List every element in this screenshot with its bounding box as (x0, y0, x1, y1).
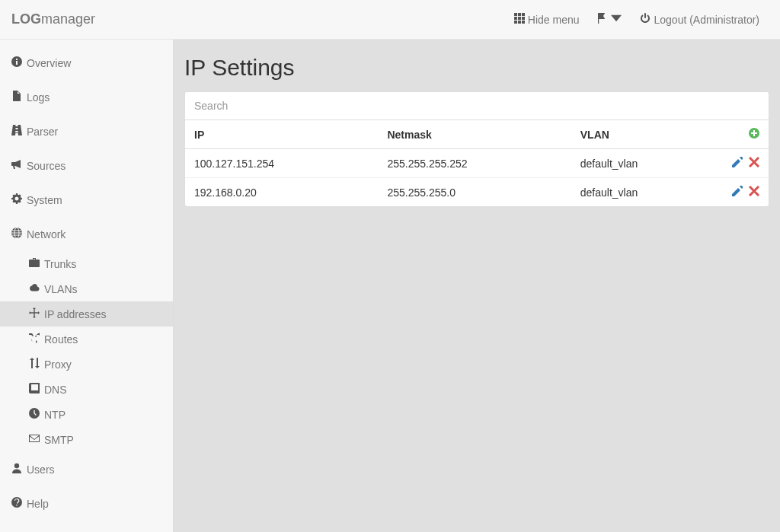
top-header: LOGmanager Hide menu Logout (Administrat… (0, 0, 780, 40)
sidebar-item-parser[interactable]: Parser (0, 114, 173, 148)
svg-rect-8 (522, 21, 525, 24)
question-icon (11, 497, 22, 510)
svg-rect-4 (518, 17, 521, 20)
sidebar-item-label: Overview (27, 57, 71, 69)
table-header-row: IP Netmask VLAN (185, 120, 769, 149)
random-icon (29, 333, 40, 346)
sidebar-item-label: Users (27, 464, 55, 476)
gear-icon (11, 193, 22, 206)
globe-icon (11, 228, 22, 241)
cell-actions (720, 178, 769, 207)
sidebar-sub-smtp[interactable]: SMTP (0, 427, 173, 452)
svg-rect-2 (522, 13, 525, 16)
delete-button[interactable] (749, 186, 759, 196)
sidebar-item-system[interactable]: System (0, 183, 173, 217)
brand[interactable]: LOGmanager (11, 11, 95, 27)
sidebar-sub-proxy[interactable]: Proxy (0, 352, 173, 377)
sidebar-sub-label: Routes (44, 333, 78, 346)
cell-vlan: default_vlan (571, 178, 720, 207)
grid-icon (514, 13, 525, 26)
col-netmask[interactable]: Netmask (378, 120, 571, 149)
flag-icon (597, 13, 608, 26)
sidebar-sub-vlans[interactable]: VLANs (0, 276, 173, 301)
svg-rect-0 (514, 13, 517, 16)
sidebar: Overview Logs Parser Sources System Netw… (0, 40, 174, 532)
svg-rect-10 (16, 61, 18, 65)
layout: Overview Logs Parser Sources System Netw… (0, 40, 780, 532)
brand-prefix: LOG (11, 11, 41, 27)
ip-panel: IP Netmask VLAN 100.127.151.254 255.255 (184, 91, 769, 207)
road-icon (11, 125, 22, 138)
svg-rect-3 (514, 17, 517, 20)
col-ip[interactable]: IP (185, 120, 378, 149)
svg-rect-22 (751, 132, 757, 134)
move-icon (29, 307, 40, 320)
sidebar-item-label: Network (27, 228, 66, 241)
sidebar-sub-routes[interactable]: Routes (0, 327, 173, 352)
sidebar-sub-ip-addresses[interactable]: IP addresses (0, 301, 173, 327)
logout-label: Logout (Administrator) (654, 14, 759, 26)
delete-button[interactable] (749, 157, 759, 167)
book-icon (29, 383, 40, 396)
sidebar-sub-ntp[interactable]: NTP (0, 402, 173, 427)
sidebar-sub-label: Trunks (44, 258, 76, 270)
file-icon (11, 91, 22, 104)
sidebar-item-label: System (27, 194, 62, 206)
envelope-icon (29, 433, 40, 446)
sidebar-item-users[interactable]: Users (0, 452, 173, 486)
svg-rect-11 (16, 59, 18, 60)
brand-suffix: manager (41, 11, 95, 27)
sidebar-item-network[interactable]: Network (0, 217, 173, 251)
sidebar-sub-dns[interactable]: DNS (0, 377, 173, 402)
hide-menu-button[interactable]: Hide menu (505, 0, 589, 40)
sidebar-sub-label: IP addresses (44, 308, 106, 320)
cell-netmask: 255.255.255.0 (378, 178, 571, 207)
sidebar-item-label: Sources (27, 160, 66, 172)
col-actions (720, 120, 769, 149)
sidebar-item-label: Help (27, 498, 49, 510)
cell-actions (720, 149, 769, 178)
sidebar-sub-label: DNS (44, 384, 67, 396)
table-row: 100.127.151.254 255.255.255.252 default_… (185, 149, 769, 178)
cell-netmask: 255.255.255.252 (378, 149, 571, 178)
sidebar-item-overview[interactable]: Overview (0, 46, 173, 80)
sidebar-item-sources[interactable]: Sources (0, 148, 173, 183)
svg-rect-5 (522, 17, 525, 20)
briefcase-icon (29, 257, 40, 270)
svg-point-18 (14, 464, 19, 468)
search-input[interactable] (185, 92, 769, 120)
sidebar-item-help[interactable]: Help (0, 486, 173, 521)
clock-icon (29, 408, 40, 421)
sidebar-sub-label: Proxy (44, 358, 72, 371)
ip-table: IP Netmask VLAN 100.127.151.254 255.255 (185, 120, 769, 206)
add-ip-button[interactable] (749, 128, 759, 139)
table-row: 192.168.0.20 255.255.255.0 default_vlan (185, 178, 769, 207)
sort-icon (29, 358, 40, 371)
svg-rect-1 (518, 13, 521, 16)
edit-button[interactable] (732, 186, 743, 196)
caret-down-icon (611, 13, 622, 26)
svg-rect-7 (518, 21, 521, 24)
sidebar-sub-trunks[interactable]: Trunks (0, 251, 173, 276)
sidebar-sub-label: VLANs (44, 283, 78, 295)
svg-rect-6 (514, 21, 517, 24)
cell-ip: 192.168.0.20 (185, 178, 378, 207)
sidebar-sub-label: SMTP (44, 434, 74, 446)
cell-ip: 100.127.151.254 (185, 149, 378, 178)
col-vlan[interactable]: VLAN (571, 120, 720, 149)
logout-button[interactable]: Logout (Administrator) (631, 0, 769, 40)
cloud-icon (29, 282, 40, 295)
info-icon (11, 56, 22, 69)
sidebar-item-logs[interactable]: Logs (0, 80, 173, 114)
power-icon (640, 13, 651, 26)
page-title: IP Settings (184, 55, 769, 81)
sidebar-sub-label: NTP (44, 409, 66, 421)
hide-menu-label: Hide menu (528, 14, 580, 26)
user-icon (11, 463, 22, 476)
main-content: IP Settings IP Netmask VLAN (174, 40, 780, 532)
edit-button[interactable] (732, 157, 743, 167)
cell-vlan: default_vlan (571, 149, 720, 178)
flag-dropdown[interactable] (588, 0, 631, 40)
search-wrap (185, 92, 769, 120)
bullhorn-icon (11, 159, 22, 172)
